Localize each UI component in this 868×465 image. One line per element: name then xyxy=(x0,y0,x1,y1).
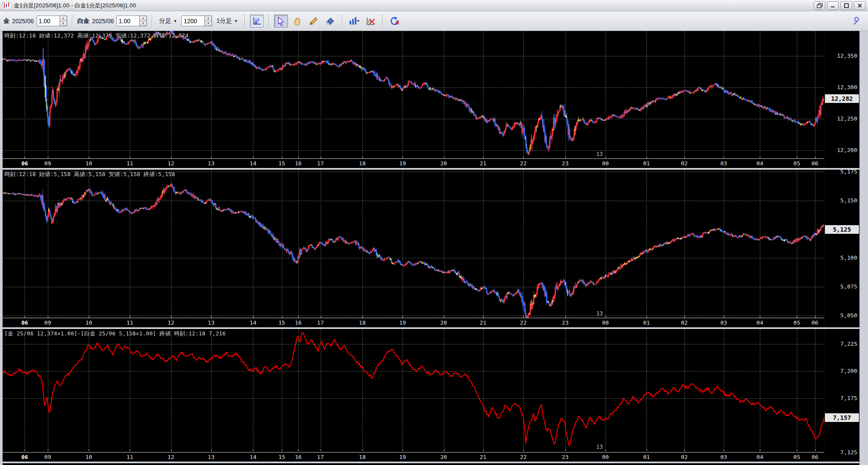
bar-count-input[interactable] xyxy=(182,16,204,26)
platinum-multiplier-down-button[interactable]: ▼ xyxy=(140,21,147,26)
window-right-edge xyxy=(859,31,868,465)
platinum-multiplier-up-button[interactable]: ▲ xyxy=(140,16,147,21)
y-tick-label: 12,250 xyxy=(837,115,857,122)
x-tick-label: 11 xyxy=(126,319,133,326)
refresh-icon: R xyxy=(390,16,400,26)
x-tick-label: 19 xyxy=(399,319,406,326)
eraser-button[interactable] xyxy=(323,15,337,28)
x-tick-label: 10 xyxy=(85,319,92,326)
x-tick-label: 21 xyxy=(480,160,487,167)
x-tick-label: 03 xyxy=(720,319,727,326)
x-tick-label: 12 xyxy=(168,319,175,326)
x-tick-label: 20 xyxy=(440,319,447,326)
gold-price-axis: 12,35012,30012,25012,20012,282 xyxy=(824,31,859,168)
x-tick-label: 21 xyxy=(480,319,487,326)
spread-time-axis: 0609101112131415161718192021222300010203… xyxy=(3,452,824,462)
select-cursor-icon xyxy=(276,16,286,26)
bar-count-down-button[interactable]: ▼ xyxy=(205,21,212,26)
maximize-button[interactable] xyxy=(840,1,852,10)
gold-chart-panel: 時刻:12:18 始値:12,372 高値:12,375 安値:12,372 終… xyxy=(3,31,859,168)
close-chart-icon xyxy=(366,16,375,26)
x-tick-label: 21 xyxy=(480,454,487,460)
platinum-time-axis: 0609101112131415161718192021222300010203… xyxy=(3,318,824,327)
x-tick-label: 13 xyxy=(208,319,215,326)
x-tick-label: 14 xyxy=(250,160,256,167)
minimize-icon xyxy=(831,3,836,8)
platinum-label: 白金 xyxy=(78,17,90,25)
scale-settings-button[interactable] xyxy=(250,15,264,28)
x-tick-label: 06 xyxy=(812,454,818,460)
x-tick-label: 19 xyxy=(399,454,406,460)
x-tick-label: 16 xyxy=(295,454,302,460)
window-bottom-edge xyxy=(3,462,859,463)
gold-multiplier-down-button[interactable]: ▼ xyxy=(60,21,67,26)
x-tick-label: 01 xyxy=(643,160,650,167)
x-tick-label: 20 xyxy=(440,160,447,167)
platinum-chart-canvas[interactable] xyxy=(3,170,824,318)
y-tick-label: 5,100 xyxy=(840,254,857,261)
x-tick-label: 23 xyxy=(562,160,569,167)
chart-area: 時刻:12:18 始値:12,372 高値:12,375 安値:12,372 終… xyxy=(0,31,868,465)
scale-settings-icon xyxy=(252,16,262,26)
chevron-down-icon: ▼ xyxy=(173,19,177,23)
x-tick-label: 16 xyxy=(295,160,302,167)
x-tick-label: 15 xyxy=(278,160,285,167)
duplicate-window-icon xyxy=(817,3,823,8)
platinum-multiplier-input[interactable] xyxy=(117,16,139,26)
close-button[interactable] xyxy=(854,1,865,10)
platinum-contract-month: 2025/06 xyxy=(92,18,114,25)
toolbar-separator xyxy=(382,14,383,28)
platinum-multiplier-spinner: ▲ ▼ xyxy=(116,16,147,26)
x-tick-label: 17 xyxy=(317,319,324,326)
y-tick-label: 12,300 xyxy=(837,84,857,90)
y-tick-label: 5,075 xyxy=(840,283,857,290)
x-tick-label: 12 xyxy=(168,160,175,167)
svg-text:R: R xyxy=(396,20,399,25)
x-tick-label: 10 xyxy=(85,160,92,167)
x-tick-label: 09 xyxy=(44,160,51,167)
close-icon xyxy=(857,3,862,8)
select-cursor-button[interactable] xyxy=(274,15,288,28)
settings-wrench-button[interactable] xyxy=(850,15,864,28)
last-price-badge: 5,125 xyxy=(825,225,859,234)
minimize-button[interactable] xyxy=(827,1,839,10)
gold-label: 金 xyxy=(3,17,9,25)
spread-chart-canvas[interactable] xyxy=(3,329,824,451)
y-tick-label: 5,175 xyxy=(840,170,857,175)
timeframe-label: 1分足 xyxy=(216,17,232,25)
x-tick-label: 15 xyxy=(278,319,285,326)
maximize-icon xyxy=(844,3,849,8)
chart-type-button[interactable] xyxy=(347,15,361,28)
close-chart-button[interactable] xyxy=(364,15,378,28)
draw-pencil-button[interactable] xyxy=(307,15,321,28)
gold-chart-canvas[interactable] xyxy=(3,31,824,158)
pan-hand-icon xyxy=(293,16,302,26)
x-tick-label: 02 xyxy=(681,160,688,167)
bar-count-up-button[interactable]: ▲ xyxy=(205,16,212,21)
candlestick-app-icon xyxy=(3,2,11,9)
x-tick-label: 15 xyxy=(278,454,285,460)
titlebar[interactable]: 金1分足[2025/06]1.00 - 白金1分足[2025/06]1.00 xyxy=(0,0,868,11)
last-price-badge: 12,282 xyxy=(825,94,859,103)
timeframe-dropdown[interactable]: 1分足 ▼ xyxy=(215,16,240,26)
x-tick-label: 05 xyxy=(793,319,800,326)
x-tick-label: 01 xyxy=(643,454,650,460)
duplicate-window-button[interactable] xyxy=(814,1,825,10)
x-tick-label: 23 xyxy=(562,319,569,326)
x-tick-label: 03 xyxy=(720,160,727,167)
bar-count-spinner: ▲ ▼ xyxy=(181,16,212,26)
window-title: 金1分足[2025/06]1.00 - 白金1分足[2025/06]1.00 xyxy=(14,2,136,9)
gold-multiplier-input[interactable] xyxy=(37,16,59,26)
bar-type-dropdown[interactable]: 分足 ▼ xyxy=(157,16,179,26)
y-tick-label: 5,150 xyxy=(840,197,857,204)
bar-type-label: 分足 xyxy=(159,17,171,25)
gold-quote-info: 時刻:12:18 始値:12,372 高値:12,375 安値:12,372 終… xyxy=(4,32,188,40)
x-tick-label: 06 xyxy=(812,319,818,326)
x-tick-label: 14 xyxy=(250,319,256,326)
gold-multiplier-up-button[interactable]: ▲ xyxy=(60,16,67,21)
x-tick-label: 18 xyxy=(359,160,366,167)
eraser-icon xyxy=(325,16,335,26)
chart-type-icon xyxy=(349,16,360,26)
refresh-button[interactable]: R xyxy=(388,15,402,28)
pan-hand-button[interactable] xyxy=(290,15,304,28)
